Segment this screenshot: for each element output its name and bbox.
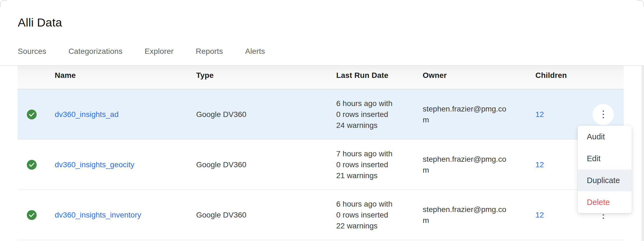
table-row: dv360_insights_geocity Google DV360 7 ho… (18, 140, 624, 190)
source-type: Google DV360 (196, 160, 336, 169)
owner-email: stephen.frazier@pmg.com (423, 204, 509, 226)
children-count-link[interactable]: 12 (535, 160, 544, 169)
children-count-link[interactable]: 12 (535, 110, 544, 119)
page-title: Alli Data (18, 16, 62, 29)
column-header-owner: Owner (423, 66, 535, 89)
last-run-date: 6 hours ago with 0 rows inserted 22 warn… (336, 199, 423, 231)
tab-bar: Sources Categorizations Explorer Reports… (18, 47, 265, 56)
card-corner-top-left (0, 0, 7, 7)
table-row: dv360_insights_inventory Google DV360 6 … (18, 190, 624, 240)
tab-alerts[interactable]: Alerts (245, 47, 265, 56)
source-type: Google DV360 (196, 211, 336, 219)
scrollbar-track[interactable] (642, 66, 644, 241)
tab-sources[interactable]: Sources (18, 47, 46, 56)
menu-item-edit[interactable]: Edit (578, 148, 632, 169)
last-run-date: 7 hours ago with 0 rows inserted 21 warn… (336, 148, 423, 181)
menu-item-audit[interactable]: Audit (578, 126, 632, 148)
context-menu: Audit Edit Duplicate Delete (578, 126, 632, 213)
menu-item-delete[interactable]: Delete (578, 191, 632, 213)
tab-reports[interactable]: Reports (196, 47, 223, 56)
row-actions-button[interactable] (593, 104, 614, 125)
column-header-type: Type (196, 66, 336, 89)
source-name-link[interactable]: dv360_insights_inventory (55, 211, 141, 219)
success-status-icon (27, 110, 37, 119)
column-header-name: Name (55, 66, 196, 89)
tab-categorizations[interactable]: Categorizations (68, 47, 123, 56)
menu-item-duplicate[interactable]: Duplicate (578, 169, 632, 191)
success-status-icon (27, 210, 37, 220)
card-corner-top-right (637, 0, 644, 7)
tab-explorer[interactable]: Explorer (145, 47, 174, 56)
source-name-link[interactable]: dv360_insights_ad (55, 110, 119, 119)
alli-data-page: Alli Data Sources Categorizations Explor… (0, 0, 644, 241)
column-header-last-run-date: Last Run Date (336, 66, 423, 89)
column-header-status (18, 66, 55, 89)
success-status-icon (27, 160, 37, 170)
children-count-link[interactable]: 12 (535, 211, 544, 219)
kebab-icon (603, 110, 604, 112)
source-type: Google DV360 (196, 110, 336, 119)
column-header-actions (583, 66, 624, 89)
last-run-date: 6 hours ago with 0 rows inserted 24 warn… (336, 98, 423, 131)
table-header-row: Name Type Last Run Date Owner Children (18, 66, 624, 89)
owner-email: stephen.frazier@pmg.com (423, 104, 509, 125)
source-name-link[interactable]: dv360_insights_geocity (55, 160, 134, 169)
table-row: dv360_insights_ad Google DV360 6 hours a… (18, 89, 624, 140)
owner-email: stephen.frazier@pmg.com (423, 154, 509, 176)
sources-table: Name Type Last Run Date Owner Children d… (18, 66, 624, 240)
column-header-children: Children (535, 66, 583, 89)
